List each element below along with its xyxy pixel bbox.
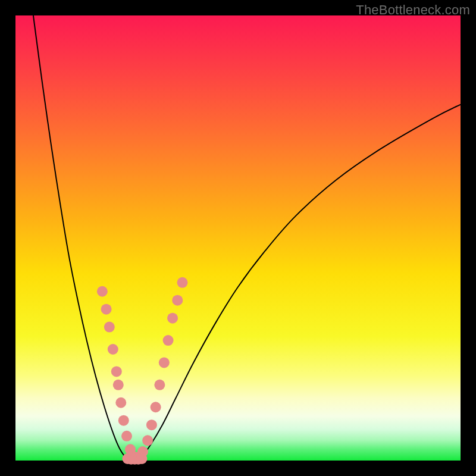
marker-dot [159, 357, 170, 368]
marker-dot [154, 380, 165, 390]
curve-markers [97, 277, 188, 465]
marker-dot [151, 402, 161, 412]
marker-dot [167, 313, 178, 324]
marker-dot [172, 295, 183, 306]
curve-left-branch [33, 15, 133, 461]
marker-dot [136, 453, 147, 464]
marker-dot [146, 419, 157, 430]
marker-dot [111, 366, 122, 377]
marker-dot [118, 415, 129, 426]
marker-dot [163, 335, 174, 346]
marker-dot [97, 286, 108, 297]
marker-dot [113, 380, 124, 390]
marker-dot [115, 397, 126, 408]
marker-dot [177, 277, 188, 288]
watermark-text: TheBottleneck.com [356, 2, 470, 18]
chart-frame [15, 15, 461, 461]
marker-dot [121, 431, 132, 441]
marker-dot [108, 344, 118, 355]
marker-dot [142, 435, 153, 446]
curve-lines [33, 15, 461, 461]
marker-dot [101, 304, 112, 315]
chart-svg [15, 15, 461, 461]
marker-dot [104, 322, 115, 333]
